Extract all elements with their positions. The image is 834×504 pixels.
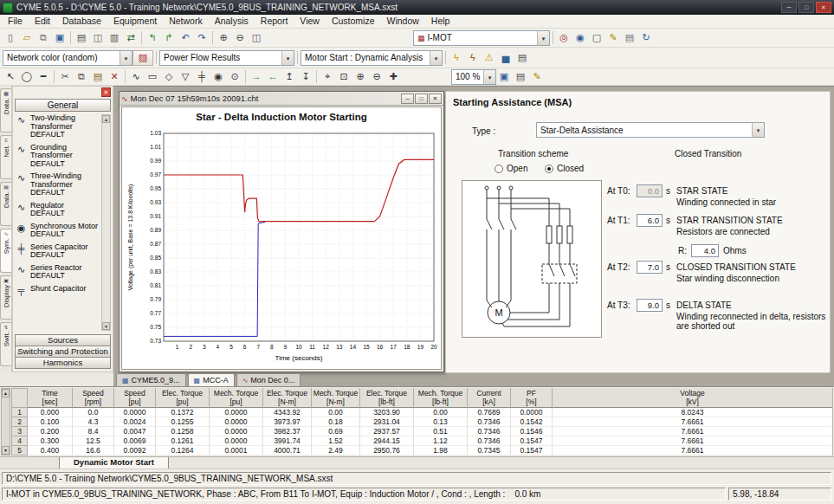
equipment-item[interactable]: ∿Series ReactorDEFAULT: [15, 264, 101, 281]
flow-left-icon[interactable]: ←: [265, 69, 281, 84]
go-back-icon[interactable]: ↰: [145, 30, 160, 45]
zoom-out-icon[interactable]: ⊖: [232, 30, 248, 45]
lower-icon[interactable]: ↧: [298, 69, 314, 84]
table-row[interactable]: 0.2008.40.00470.12580.00003982.370.69293…: [28, 427, 832, 436]
dropdown-arrow-icon[interactable]: ▾: [537, 31, 549, 45]
dropdown-arrow-icon[interactable]: ▾: [430, 51, 442, 65]
find-icon[interactable]: ◉: [572, 30, 588, 45]
table-row[interactable]: 0.40016.60.00920.12640.00014000.712.4929…: [28, 446, 832, 456]
panel-button-sources[interactable]: Sources: [15, 334, 111, 346]
equipment-selector-combo[interactable]: ▦ I-MOT ▾: [413, 30, 550, 46]
warnings-icon[interactable]: ⚠: [482, 50, 497, 65]
stop-analysis-icon[interactable]: ϟ: [465, 50, 481, 65]
print-preview-icon[interactable]: ◫: [90, 30, 106, 45]
table-row[interactable]: 0.1004.30.00240.12550.00003973.970.18293…: [28, 417, 832, 427]
title-bar[interactable]: CYME 5.0.5 - D:\CYME 5.0 - Training Netw…: [0, 0, 834, 15]
results-mode-combo[interactable]: Power Flow Results ▾: [159, 50, 294, 66]
doc-tab-1[interactable]: ▦CYME5.0_9...: [116, 373, 186, 386]
chart-maximize-button[interactable]: □: [415, 94, 428, 104]
close-document-icon[interactable]: ⧉: [36, 30, 51, 45]
doc-tab-2[interactable]: ▦MCC-A: [188, 373, 235, 386]
equipment-item[interactable]: ◉Synchronous MotorDEFAULT: [15, 223, 101, 239]
equipment-scrollbar[interactable]: ▲ ▼: [101, 114, 111, 331]
equipment-item[interactable]: ∿Three-Winding TransformerDEFAULT: [15, 172, 101, 197]
flow-right-icon[interactable]: →: [249, 69, 264, 84]
copy-icon[interactable]: ⧉: [74, 69, 89, 84]
chart-close-button[interactable]: ✕: [429, 94, 442, 104]
equipment-item[interactable]: ∿RegulatorDEFAULT: [15, 202, 101, 218]
maximize-button[interactable]: □: [798, 2, 814, 13]
resistance-input[interactable]: 4.0: [691, 244, 719, 257]
chart-view-icon[interactable]: ▅: [498, 50, 514, 65]
notes-icon[interactable]: ▤: [622, 30, 637, 45]
dropdown-arrow-icon[interactable]: ▾: [281, 51, 294, 65]
scroll-down-icon[interactable]: ▼: [102, 322, 110, 330]
chart-window-titlebar[interactable]: ∿ Mon Dec 07 15h59m10s 20091.cht ─□✕: [120, 92, 443, 106]
menu-item-analysis[interactable]: Analysis: [209, 15, 255, 28]
table-row[interactable]: 0.30012.50.00690.12610.00003991.741.5229…: [28, 436, 832, 446]
chart-minimize-button[interactable]: ─: [401, 94, 414, 104]
side-tab-5[interactable]: ▣Display: [0, 275, 11, 320]
zoom-in-icon[interactable]: ⊕: [216, 30, 231, 45]
panel-close-icon[interactable]: ✕: [101, 87, 111, 97]
menu-item-help[interactable]: Help: [425, 15, 456, 28]
add-section-icon[interactable]: ━: [36, 69, 51, 84]
equipment-panel-header[interactable]: General: [15, 99, 111, 112]
add-node-icon[interactable]: ◯: [19, 69, 35, 84]
undo-icon[interactable]: ↶: [178, 30, 193, 45]
table-row[interactable]: 0.0000.00.00000.13720.00004343.920.00320…: [28, 408, 832, 417]
zoom-level-combo[interactable]: 100 % ▾: [451, 69, 496, 85]
dropdown-arrow-icon[interactable]: ▾: [120, 51, 132, 65]
open-document-icon[interactable]: ▱: [19, 30, 35, 45]
menu-item-edit[interactable]: Edit: [29, 15, 56, 28]
report-view-icon[interactable]: ▤: [514, 50, 530, 65]
print-icon[interactable]: ▤: [74, 30, 89, 45]
add-transformer-icon[interactable]: ∿: [128, 69, 144, 84]
dropdown-arrow-icon[interactable]: ▾: [483, 70, 495, 84]
go-forward-icon[interactable]: ↱: [161, 30, 177, 45]
zoom-out-tool-icon[interactable]: ⊖: [369, 69, 385, 84]
run-analysis-icon[interactable]: ϟ: [449, 50, 464, 65]
doc-tab-3[interactable]: ∿Mon Dec 0...: [236, 373, 301, 386]
menu-item-file[interactable]: File: [2, 15, 29, 28]
add-motor-icon[interactable]: ◉: [210, 69, 226, 84]
print-area-icon[interactable]: ▤: [513, 69, 528, 84]
scroll-up-icon[interactable]: ▲: [102, 115, 110, 123]
zoom-in-tool-icon[interactable]: ⊕: [352, 69, 368, 84]
delete-icon[interactable]: ✕: [107, 69, 122, 84]
measure-icon[interactable]: ⌖: [320, 69, 335, 84]
menu-item-database[interactable]: Database: [56, 15, 107, 28]
new-document-icon[interactable]: ▯: [3, 30, 18, 45]
color-legend-icon[interactable]: ▨: [135, 50, 151, 65]
equipment-item[interactable]: ╪Series CapacitorDEFAULT: [15, 243, 101, 260]
menu-item-network[interactable]: Network: [163, 15, 209, 28]
menu-item-report[interactable]: Report: [255, 15, 294, 28]
zoom-window-icon[interactable]: ⊡: [336, 69, 352, 84]
save-icon[interactable]: ▣: [52, 30, 68, 45]
raise-icon[interactable]: ↥: [281, 69, 297, 84]
add-breaker-icon[interactable]: ▭: [145, 69, 160, 84]
menu-item-equipment[interactable]: Equipment: [107, 15, 163, 28]
panel-button-switching-and-protection[interactable]: Switching and Protection: [15, 346, 111, 358]
menu-item-view[interactable]: View: [294, 15, 326, 28]
sheet-tab-dynamic-motor-start[interactable]: Dynamic Motor Start: [59, 457, 169, 469]
menu-item-customize[interactable]: Customize: [326, 15, 381, 28]
page-setup-icon[interactable]: ▥: [107, 30, 122, 45]
t3-input[interactable]: 9.0: [637, 299, 663, 312]
split-view-icon[interactable]: ◫: [249, 30, 264, 45]
cut-icon[interactable]: ✂: [57, 69, 73, 84]
scroll-up-icon[interactable]: ▲: [2, 389, 10, 397]
network-color-combo[interactable]: Network color (random) ▾: [3, 50, 133, 66]
side-tab-4[interactable]: ∿Sym.: [0, 229, 11, 273]
t1-input[interactable]: 6.0: [637, 214, 663, 227]
menu-item-window[interactable]: Window: [381, 15, 425, 28]
add-source-icon[interactable]: ⊙: [227, 69, 242, 84]
paste-icon[interactable]: ▤: [90, 69, 106, 84]
export-icon[interactable]: ⇄: [123, 30, 139, 45]
add-switch-icon[interactable]: ◇: [161, 69, 177, 84]
equipment-item[interactable]: ╤Shunt Capacitor: [15, 285, 101, 296]
add-capacitor-icon[interactable]: ╪: [194, 69, 210, 84]
equipment-item[interactable]: ∿Grounding TransformerDEFAULT: [15, 144, 101, 169]
panel-button-harmonics[interactable]: Harmonics: [15, 357, 111, 369]
refresh-icon[interactable]: ↻: [638, 30, 654, 45]
